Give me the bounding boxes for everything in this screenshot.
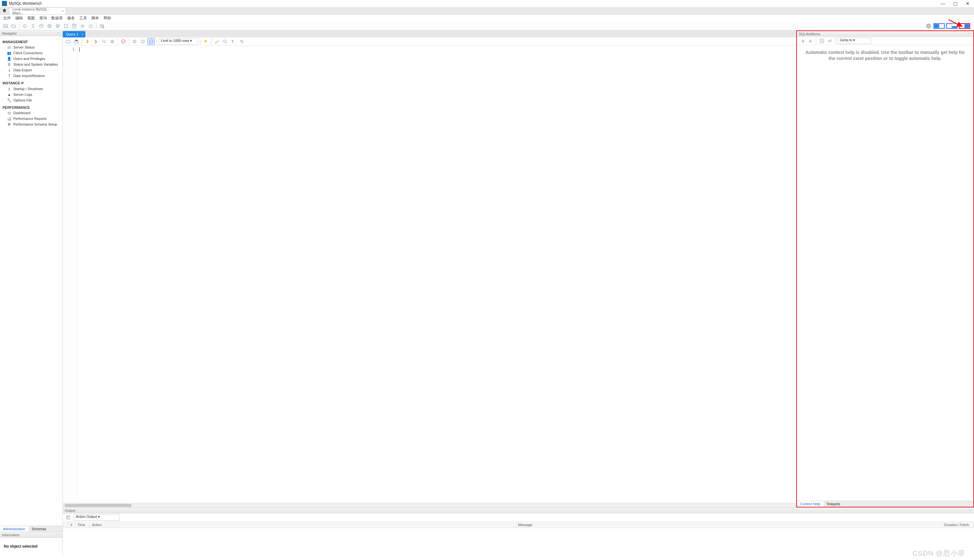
close-query-tab-icon[interactable]: × [82,32,84,36]
dashboard-button[interactable] [87,23,94,30]
output-type-select[interactable]: Action Output ▾ [74,514,119,521]
auto-help-toggle[interactable]: a? [827,37,834,44]
query-tab[interactable]: Query 1 × [63,31,85,37]
manual-help-button[interactable]: ? [818,37,825,44]
nav-perf-reports[interactable]: 📊Performance Reports [0,116,62,122]
open-file-button[interactable] [65,38,72,45]
menu-edit[interactable]: 编辑 [15,15,23,21]
svg-point-32 [224,40,226,42]
execute-button[interactable] [84,38,91,45]
open-sql-file-button[interactable] [10,23,17,30]
svg-text:i: i [24,25,25,28]
nav-data-import[interactable]: ⤒Data Import/Restore [0,73,62,78]
menu-help[interactable]: 帮助 [104,15,111,21]
menu-query[interactable]: 查询 [39,15,47,21]
col-status[interactable] [63,522,68,528]
nav-server-logs[interactable]: ▲Server Logs [0,92,62,97]
beautify-button[interactable] [202,38,209,45]
inspector-button[interactable]: i [21,23,28,30]
connections-icon: 👥 [7,51,12,55]
information-menu-icon[interactable]: ⋯ [57,533,61,537]
rollback-button[interactable] [139,38,146,45]
status-button[interactable] [38,23,45,30]
stop-button[interactable] [109,38,116,45]
nav-startup-shutdown[interactable]: ▯Startup / Shutdown [0,86,62,92]
col-time[interactable]: Time [75,522,90,528]
sync-icon[interactable] [925,23,932,30]
svg-point-2 [23,24,26,28]
close-tab-icon[interactable]: × [62,9,64,13]
limit-rows-select[interactable]: Limit to 1000 rows ▾ [159,38,198,45]
nav-options-file[interactable]: 🔧Options File [0,97,62,103]
nav-forward-button[interactable]: ▶ [807,37,814,44]
editor-toolbar: I Limit to 1000 rows ▾ ¶ [63,37,796,46]
menu-bar: 文件 编辑 视图 查询 数据库 服务 工具 脚本 帮助 [0,15,974,22]
code-area[interactable] [78,46,796,503]
svg-rect-31 [149,40,153,43]
nav-dashboard[interactable]: ◷Dashboard [0,110,62,116]
nav-server-status[interactable]: ◷Server Status [0,44,62,50]
nav-label: Performance Reports [13,117,47,120]
output-menu-icon[interactable]: ⋯ [968,508,972,512]
nav-users-privileges[interactable]: 👤Users and Privileges [0,56,62,62]
tab-schemas[interactable]: Schemas [28,526,50,532]
instance-refresh-icon[interactable]: ⟳ [21,81,24,85]
beautify-query-button[interactable] [213,38,220,45]
scroll-thumb[interactable] [65,504,131,507]
maximize-button[interactable]: ▢ [953,1,957,6]
sidebar-toggle[interactable] [933,23,945,29]
home-tab[interactable] [0,7,9,14]
menu-scripting[interactable]: 脚本 [92,15,99,21]
nav-data-export[interactable]: ⤓Data Export [0,67,62,73]
nav-perf-schema[interactable]: ⚙Performance Schema Setup [0,122,62,127]
options-button[interactable] [79,23,86,30]
users-button[interactable] [30,23,37,30]
menu-view[interactable]: 视图 [27,15,35,21]
col-message[interactable]: Message [516,522,942,528]
menu-tools[interactable]: 工具 [79,15,87,21]
minimize-button[interactable]: — [941,1,945,6]
import-button[interactable] [54,23,61,30]
tab-snippets[interactable]: Snippets [824,501,844,507]
save-button[interactable] [73,38,80,45]
nav-client-connections[interactable]: 👥Client Connections [0,50,62,56]
server-stop-button[interactable] [62,23,70,30]
output-copy-button[interactable] [65,514,72,521]
close-button[interactable]: ✕ [966,1,969,6]
col-action[interactable]: Action [90,522,516,528]
tab-administration[interactable]: Administration [0,526,28,532]
server-logs-button[interactable] [71,23,78,30]
find-button[interactable] [222,38,229,45]
menu-server[interactable]: 服务 [67,15,75,21]
tab-context-help[interactable]: Context Help [797,501,824,507]
variables-icon: ☰ [7,62,12,67]
new-sql-tab-button[interactable]: SQL [2,23,9,30]
secondary-sidebar-toggle[interactable] [959,23,970,29]
invisible-chars-button[interactable]: ¶ [230,38,237,45]
menu-database[interactable]: 数据库 [52,15,63,21]
svg-point-6 [48,24,51,26]
execute-current-button[interactable]: I [92,38,99,45]
connection-tab[interactable]: Local instance MySQL - Warn... × [9,7,66,14]
export-button[interactable] [46,23,53,30]
connection-tabstrip: Local instance MySQL - Warn... × [0,7,974,15]
col-duration[interactable]: Duration / Fetch [942,522,974,528]
explain-button[interactable] [100,38,108,45]
jump-to-select[interactable]: Jump to ▾ [837,38,871,44]
menu-file[interactable]: 文件 [3,15,11,21]
reconnect-button[interactable] [99,23,105,30]
nav-status-vars[interactable]: ☰Status and System Variables [0,62,62,67]
commit-button[interactable] [131,38,138,45]
sql-editor[interactable]: 1 [63,46,796,503]
wrap-button[interactable] [238,38,245,45]
svg-rect-39 [67,517,70,519]
output-toggle[interactable] [946,23,957,29]
query-editor-panel: Query 1 × I [63,30,796,507]
autocommit-toggle[interactable] [147,38,155,45]
navigator-menu-icon[interactable]: ⋯ [57,31,61,35]
horizontal-scrollbar[interactable] [63,503,796,507]
col-index[interactable]: # [68,522,75,528]
sql-additions-menu-icon[interactable]: ⋯ [968,32,971,36]
no-limit-button[interactable] [120,38,127,45]
nav-back-button[interactable]: ◀ [799,37,806,44]
